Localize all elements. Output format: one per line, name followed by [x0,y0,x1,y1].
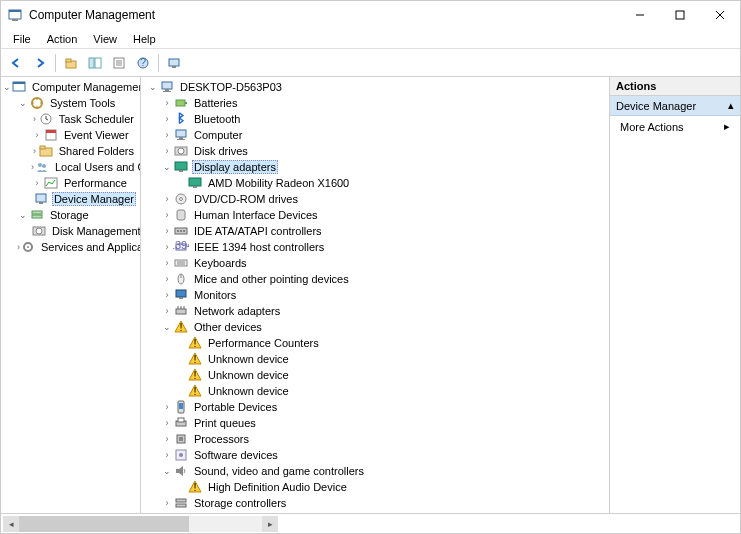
tree-item[interactable]: ⌄!Other devices [141,319,609,335]
expand-icon[interactable]: › [161,274,173,284]
tree-item[interactable]: ›Keyboards [141,255,609,271]
tree-item[interactable]: ›IDE ATA/ATAPI controllers [141,223,609,239]
tree-item[interactable]: !Unknown device [141,383,609,399]
tree-item[interactable]: ›Shared Folders [1,143,140,159]
svg-point-53 [180,198,183,201]
submenu-icon: ▸ [724,120,730,133]
tree-item[interactable]: ›Network adapters [141,303,609,319]
tree-item[interactable]: ⌄Computer Management (Local) [1,79,140,95]
collapse-icon[interactable]: ⌄ [161,162,173,172]
menu-file[interactable]: File [5,31,39,47]
tree-item[interactable]: ⌄Display adapters [141,159,609,175]
tree-item[interactable]: !High Definition Audio Device [141,479,609,495]
tree-item[interactable]: ⌄Storage [1,207,140,223]
back-button[interactable] [5,52,27,74]
tree-item[interactable]: ›Portable Devices [141,399,609,415]
tree-item[interactable]: ›Performance [1,175,140,191]
tree-item[interactable]: AMD Mobility Radeon X1600 [141,175,609,191]
tree-item[interactable]: !Unknown device [141,351,609,367]
device-tree[interactable]: ⌄DESKTOP-D563P03›Batteries›Bluetooth›Com… [141,77,610,513]
svg-rect-38 [162,82,172,89]
tree-item[interactable]: !Unknown device [141,367,609,383]
collapse-icon[interactable]: ⌄ [17,98,29,108]
tree-item[interactable]: Disk Management [1,223,140,239]
expand-icon[interactable]: › [161,402,173,412]
titlebar[interactable]: Computer Management [1,1,740,29]
tree-item[interactable]: ›Disk drives [141,143,609,159]
tree-item[interactable]: ›Processors [141,431,609,447]
tree-item[interactable]: ›Print queues [141,415,609,431]
menu-view[interactable]: View [85,31,125,47]
portable-icon [173,399,189,415]
tree-item-label: Disk Management [50,225,141,237]
tree-item[interactable]: ›Batteries [141,95,609,111]
expand-icon[interactable]: › [161,130,173,140]
tree-item[interactable]: ⌄System Tools [1,95,140,111]
actions-header: Actions [610,77,740,96]
menu-action[interactable]: Action [39,31,86,47]
tree-item[interactable]: ›Computer [141,127,609,143]
tree-item[interactable]: ⌄Sound, video and game controllers [141,463,609,479]
expand-icon[interactable]: › [31,178,43,188]
tree-item[interactable]: ›Storage controllers [141,495,609,511]
expand-icon[interactable]: › [161,242,173,252]
properties-button[interactable] [108,52,130,74]
close-button[interactable] [700,1,740,29]
tree-item[interactable]: ›Human Interface Devices [141,207,609,223]
expand-icon[interactable]: › [161,114,173,124]
collapse-icon[interactable]: ⌄ [3,82,11,92]
minimize-button[interactable] [620,1,660,29]
tree-item[interactable]: ›Bluetooth [141,111,609,127]
expand-icon[interactable]: › [161,194,173,204]
forward-button[interactable] [29,52,51,74]
tree-item[interactable]: ›Services and Applications [1,239,140,255]
collapse-icon[interactable]: ⌄ [17,210,29,220]
tree-item[interactable]: ›Local Users and Groups [1,159,140,175]
expand-icon[interactable]: › [161,210,173,220]
warn-icon: ! [187,351,203,367]
expand-icon[interactable]: › [31,146,38,156]
tree-item[interactable]: ›Mice and other pointing devices [141,271,609,287]
help-button[interactable]: ? [132,52,154,74]
collapse-icon[interactable]: ⌄ [161,466,173,476]
scroll-left-button[interactable]: ◂ [3,516,19,532]
tree-item[interactable]: ›Task Scheduler [1,111,140,127]
collapse-icon[interactable]: ⌄ [161,322,173,332]
expand-icon[interactable]: › [161,290,173,300]
show-hide-tree-button[interactable] [84,52,106,74]
actions-category[interactable]: Device Manager ▴ [610,96,740,116]
maximize-button[interactable] [660,1,700,29]
tree-item-label: Storage controllers [192,497,288,509]
expand-icon[interactable]: › [161,306,173,316]
tree-item[interactable]: ›1394IEEE 1394 host controllers [141,239,609,255]
svg-rect-42 [185,102,187,104]
tree-item[interactable]: ⌄DESKTOP-D563P03 [141,79,609,95]
navigation-tree[interactable]: ⌄Computer Management (Local)⌄System Tool… [1,77,141,513]
action-more[interactable]: More Actions ▸ [610,116,740,137]
tree-item[interactable]: ›Software devices [141,447,609,463]
expand-icon[interactable]: › [161,98,173,108]
tree-item-label: Network adapters [192,305,282,317]
tree-item[interactable]: Device Manager [1,191,140,207]
display-icon [187,175,203,191]
scan-button[interactable] [163,52,185,74]
tree-item[interactable]: ›Event Viewer [1,127,140,143]
expand-icon[interactable]: › [161,258,173,268]
expand-icon[interactable]: › [161,434,173,444]
expand-icon[interactable]: › [161,226,173,236]
expand-icon[interactable]: › [31,130,43,140]
tree-item[interactable]: !Performance Counters [141,335,609,351]
collapse-icon[interactable]: ⌄ [147,82,159,92]
expand-icon[interactable]: › [161,146,173,156]
expand-icon[interactable]: › [161,450,173,460]
up-button[interactable] [60,52,82,74]
horizontal-scrollbar[interactable]: ◂ ▸ [3,516,278,532]
tree-item-label: Print queues [192,417,258,429]
tree-item[interactable]: ›Monitors [141,287,609,303]
expand-icon[interactable]: › [31,114,38,124]
expand-icon[interactable]: › [161,418,173,428]
menu-help[interactable]: Help [125,31,164,47]
scroll-right-button[interactable]: ▸ [262,516,278,532]
tree-item[interactable]: ›DVD/CD-ROM drives [141,191,609,207]
expand-icon[interactable]: › [161,498,173,508]
